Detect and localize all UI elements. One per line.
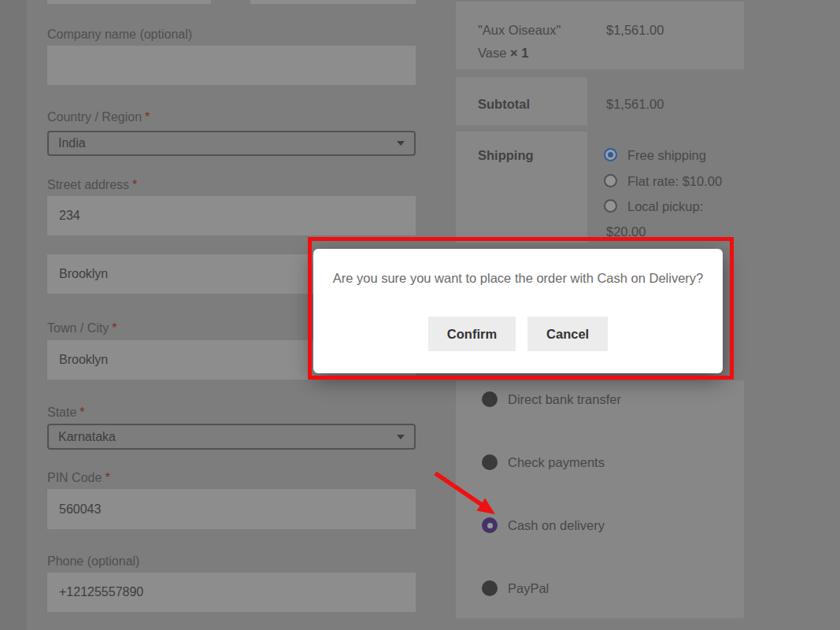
payment-method-label[interactable]: PayPal [508,580,549,596]
payment-methods-panel [456,380,744,618]
first-name-field[interactable] [47,0,211,4]
shipping-label: Shipping [478,147,534,163]
product-name-line2: Vase × 1 [478,45,528,61]
payment-radio-bank-transfer[interactable] [482,391,498,407]
dialog-message: Are you sure you want to place the order… [313,271,723,286]
subtotal-value: $1,561.00 [606,96,664,112]
confirm-button[interactable]: Confirm [428,317,516,351]
shipping-option-label[interactable]: Local pickup: [627,198,703,214]
cancel-button[interactable]: Cancel [527,317,608,351]
phone-field[interactable] [47,573,416,612]
payment-radio-paypal[interactable] [482,580,498,596]
chevron-down-icon [397,435,405,439]
payment-method-label[interactable]: Cash on delivery [508,517,605,533]
subtotal-label: Subtotal [478,96,530,112]
required-asterisk: * [80,406,84,419]
chevron-down-icon [397,141,405,146]
product-name-line1: "Aux Oiseaux" [478,22,561,38]
shipping-radio-flat-rate[interactable] [604,174,617,187]
required-asterisk: * [112,321,117,335]
shipping-option-price-wrap: $20.00 [606,224,646,239]
payment-method-label[interactable]: Direct bank transfer [508,391,621,407]
shipping-option-label[interactable]: Flat rate: $10.00 [627,173,722,189]
page-left-margin [0,0,27,630]
product-price: $1,561.00 [606,22,664,38]
payment-radio-check-payments[interactable] [482,454,498,470]
state-select[interactable]: Karnataka [47,424,416,450]
payment-method-label[interactable]: Check payments [508,454,605,470]
required-asterisk: * [132,178,137,191]
state-label: State* [47,405,416,421]
phone-label: Phone (optional) [47,554,416,569]
company-name-field[interactable] [47,46,416,85]
country-label: Country / Region* [47,109,416,125]
company-name-label: Company name (optional) [47,27,416,43]
shipping-radio-local-pickup[interactable] [604,199,617,213]
street-address-field[interactable] [47,196,416,235]
product-quantity: × 1 [510,46,528,60]
required-asterisk: * [145,110,150,124]
street-address-label: Street address* [47,177,416,193]
required-asterisk: * [105,471,109,484]
pincode-label: PIN Code* [47,470,416,486]
payment-radio-cash-on-delivery[interactable] [482,517,498,533]
shipping-radio-free[interactable] [604,148,617,161]
state-select-value: Karnataka [58,430,116,444]
shipping-option-label[interactable]: Free shipping [627,147,706,163]
pincode-field[interactable] [47,489,416,529]
country-select-value: India [58,136,86,150]
last-name-field[interactable] [250,0,416,4]
country-select[interactable]: India [47,131,416,156]
confirm-order-dialog: Are you sure you want to place the order… [313,249,723,373]
